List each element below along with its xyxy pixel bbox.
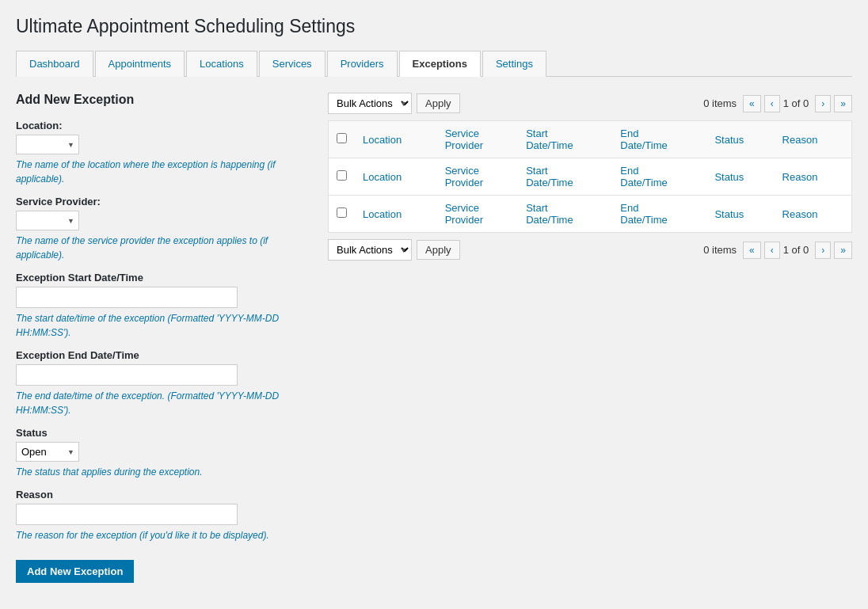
add-exception-button[interactable]: Add New Exception [16,560,134,583]
location-select-wrapper [16,135,79,154]
tab-dashboard[interactable]: Dashboard [16,51,93,77]
table-row: Location ServiceProvider StartDate/Time … [329,196,852,233]
status-select-wrapper: Open Closed [16,442,79,462]
bottom-apply-button[interactable]: Apply [417,240,460,260]
col-status: Status [706,121,774,158]
table-header-row: Location ServiceProvider StartDate/Time … [329,121,852,158]
row2-checkbox-cell [329,196,356,233]
service-provider-help: The name of the service provider the exc… [16,234,309,262]
select-all-col [329,121,356,158]
status-label: Status [16,427,309,439]
start-datetime-input[interactable] [16,287,238,308]
top-next-page-button[interactable]: › [815,95,831,112]
reason-input[interactable] [16,504,238,525]
status-field: Status Open Closed The status that appli… [16,427,309,479]
tab-settings[interactable]: Settings [482,51,546,77]
location-select[interactable] [16,135,79,154]
end-datetime-field: Exception End Date/Time The end date/tim… [16,349,309,417]
col-reason: Reason [775,121,852,158]
row2-checkbox[interactable] [337,207,347,218]
bottom-last-page-button[interactable]: » [834,242,852,259]
top-prev-page-button[interactable]: ‹ [764,95,780,112]
bottom-first-page-button[interactable]: « [743,242,761,259]
row1-service-provider: ServiceProvider [437,158,519,196]
top-bulk-bar: Bulk Actions Apply 0 items « ‹ 1 of 0 › … [328,93,852,114]
tab-appointments[interactable]: Appointments [95,51,185,77]
row1-checkbox-cell [329,158,356,196]
location-label: Location: [16,120,309,131]
tab-providers[interactable]: Providers [327,51,398,77]
right-panel: Bulk Actions Apply 0 items « ‹ 1 of 0 › … [328,93,852,267]
row1-end-datetime: EndDate/Time [612,158,706,196]
bottom-bulk-select[interactable]: Bulk Actions [328,239,412,261]
end-datetime-input[interactable] [16,364,238,386]
service-provider-select[interactable] [16,211,79,230]
bottom-page-info: 1 of 0 [783,244,809,256]
left-panel: Add New Exception Location: The name of … [16,93,309,583]
bottom-bulk-select-wrapper: Bulk Actions [328,239,412,261]
status-select-container: Open Closed [16,442,309,462]
service-provider-select-wrapper [16,211,79,230]
row1-status: Status [706,158,774,196]
col-location: Location [355,121,437,158]
top-bulk-select-wrapper: Bulk Actions [328,93,412,114]
top-pagination: 0 items « ‹ 1 of 0 › » [703,95,852,112]
location-field: Location: The name of the location where… [16,120,309,186]
row1-location: Location [355,158,437,196]
row1-checkbox[interactable] [337,170,347,181]
start-datetime-label: Exception Start Date/Time [16,272,309,284]
exceptions-table: Location ServiceProvider StartDate/Time … [328,120,852,233]
bottom-next-page-button[interactable]: › [815,242,831,259]
bottom-bulk-bar: Bulk Actions Apply 0 items « ‹ 1 of 0 › … [328,239,852,261]
table-row: Location ServiceProvider StartDate/Time … [329,158,852,196]
bottom-prev-page-button[interactable]: ‹ [764,242,780,259]
bottom-items-count: 0 items [703,244,737,256]
start-datetime-field: Exception Start Date/Time The start date… [16,272,309,340]
tabs-nav: Dashboard Appointments Locations Service… [16,50,852,77]
status-select[interactable]: Open Closed [16,442,79,462]
top-first-page-button[interactable]: « [743,95,761,112]
top-page-info: 1 of 0 [783,97,809,109]
end-datetime-help: The end date/time of the exception. (For… [16,389,309,417]
col-start-datetime: StartDate/Time [518,121,612,158]
reason-help: The reason for the exception (if you'd l… [16,528,309,542]
top-bulk-select[interactable]: Bulk Actions [328,93,412,114]
add-exception-title: Add New Exception [16,93,309,107]
col-end-datetime: EndDate/Time [612,121,706,158]
page-title: Ultimate Appointment Scheduling Settings [16,16,852,37]
row2-reason: Reason [775,196,852,233]
row2-start-datetime: StartDate/Time [518,196,612,233]
location-help: The name of the location where the excep… [16,158,309,186]
status-help: The status that applies during the excep… [16,465,309,479]
reason-label: Reason [16,489,309,501]
col-service-provider: ServiceProvider [437,121,519,158]
service-provider-field: Service Provider: The name of the servic… [16,196,309,262]
tab-exceptions[interactable]: Exceptions [399,51,481,77]
bottom-pagination: 0 items « ‹ 1 of 0 › » [703,242,852,259]
row1-reason: Reason [775,158,852,196]
top-items-count: 0 items [703,97,737,109]
end-datetime-label: Exception End Date/Time [16,349,309,361]
reason-field: Reason The reason for the exception (if … [16,489,309,542]
top-last-page-button[interactable]: » [834,95,852,112]
service-provider-label: Service Provider: [16,196,309,207]
row2-status: Status [706,196,774,233]
main-layout: Add New Exception Location: The name of … [16,93,852,583]
tab-services[interactable]: Services [259,51,326,77]
top-apply-button[interactable]: Apply [417,93,460,113]
tab-locations[interactable]: Locations [186,51,257,77]
select-all-checkbox[interactable] [337,133,347,143]
start-datetime-help: The start date/time of the exception (Fo… [16,311,309,340]
row2-location: Location [355,196,437,233]
row2-end-datetime: EndDate/Time [612,196,706,233]
row1-start-datetime: StartDate/Time [518,158,612,196]
row2-service-provider: ServiceProvider [437,196,519,233]
